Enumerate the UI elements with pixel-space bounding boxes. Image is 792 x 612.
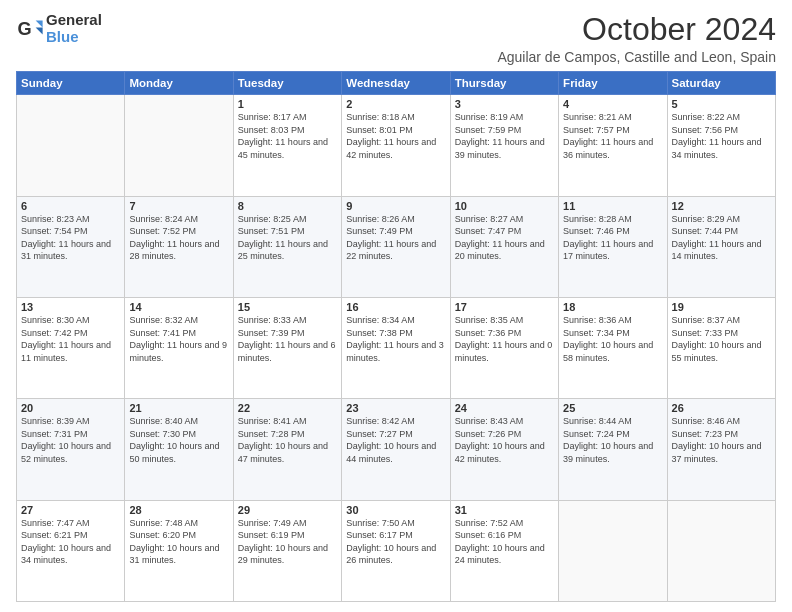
table-row: 6Sunrise: 8:23 AMSunset: 7:54 PMDaylight… bbox=[17, 196, 125, 297]
day-number: 1 bbox=[238, 98, 337, 110]
day-info: Sunrise: 8:34 AMSunset: 7:38 PMDaylight:… bbox=[346, 314, 445, 364]
day-number: 12 bbox=[672, 200, 771, 212]
day-number: 31 bbox=[455, 504, 554, 516]
day-info: Sunrise: 7:50 AMSunset: 6:17 PMDaylight:… bbox=[346, 517, 445, 567]
col-wednesday: Wednesday bbox=[342, 72, 450, 95]
col-friday: Friday bbox=[559, 72, 667, 95]
calendar-week-row: 13Sunrise: 8:30 AMSunset: 7:42 PMDayligh… bbox=[17, 297, 776, 398]
day-number: 10 bbox=[455, 200, 554, 212]
day-info: Sunrise: 8:21 AMSunset: 7:57 PMDaylight:… bbox=[563, 111, 662, 161]
table-row: 1Sunrise: 8:17 AMSunset: 8:03 PMDaylight… bbox=[233, 95, 341, 196]
table-row: 10Sunrise: 8:27 AMSunset: 7:47 PMDayligh… bbox=[450, 196, 558, 297]
table-row: 15Sunrise: 8:33 AMSunset: 7:39 PMDayligh… bbox=[233, 297, 341, 398]
svg-marker-2 bbox=[36, 27, 43, 34]
day-number: 27 bbox=[21, 504, 120, 516]
day-info: Sunrise: 8:26 AMSunset: 7:49 PMDaylight:… bbox=[346, 213, 445, 263]
table-row bbox=[125, 95, 233, 196]
day-info: Sunrise: 8:25 AMSunset: 7:51 PMDaylight:… bbox=[238, 213, 337, 263]
table-row: 7Sunrise: 8:24 AMSunset: 7:52 PMDaylight… bbox=[125, 196, 233, 297]
col-thursday: Thursday bbox=[450, 72, 558, 95]
table-row: 25Sunrise: 8:44 AMSunset: 7:24 PMDayligh… bbox=[559, 399, 667, 500]
day-info: Sunrise: 7:49 AMSunset: 6:19 PMDaylight:… bbox=[238, 517, 337, 567]
table-row: 11Sunrise: 8:28 AMSunset: 7:46 PMDayligh… bbox=[559, 196, 667, 297]
day-number: 22 bbox=[238, 402, 337, 414]
calendar-week-row: 6Sunrise: 8:23 AMSunset: 7:54 PMDaylight… bbox=[17, 196, 776, 297]
table-row bbox=[17, 95, 125, 196]
day-info: Sunrise: 8:22 AMSunset: 7:56 PMDaylight:… bbox=[672, 111, 771, 161]
day-info: Sunrise: 7:47 AMSunset: 6:21 PMDaylight:… bbox=[21, 517, 120, 567]
day-number: 11 bbox=[563, 200, 662, 212]
table-row: 2Sunrise: 8:18 AMSunset: 8:01 PMDaylight… bbox=[342, 95, 450, 196]
logo-icon: G bbox=[16, 15, 44, 43]
table-row: 23Sunrise: 8:42 AMSunset: 7:27 PMDayligh… bbox=[342, 399, 450, 500]
table-row: 21Sunrise: 8:40 AMSunset: 7:30 PMDayligh… bbox=[125, 399, 233, 500]
day-info: Sunrise: 8:32 AMSunset: 7:41 PMDaylight:… bbox=[129, 314, 228, 364]
day-info: Sunrise: 8:43 AMSunset: 7:26 PMDaylight:… bbox=[455, 415, 554, 465]
day-number: 18 bbox=[563, 301, 662, 313]
day-info: Sunrise: 8:40 AMSunset: 7:30 PMDaylight:… bbox=[129, 415, 228, 465]
table-row: 9Sunrise: 8:26 AMSunset: 7:49 PMDaylight… bbox=[342, 196, 450, 297]
day-number: 14 bbox=[129, 301, 228, 313]
table-row bbox=[559, 500, 667, 601]
table-row: 14Sunrise: 8:32 AMSunset: 7:41 PMDayligh… bbox=[125, 297, 233, 398]
table-row: 17Sunrise: 8:35 AMSunset: 7:36 PMDayligh… bbox=[450, 297, 558, 398]
day-number: 5 bbox=[672, 98, 771, 110]
day-number: 6 bbox=[21, 200, 120, 212]
table-row: 12Sunrise: 8:29 AMSunset: 7:44 PMDayligh… bbox=[667, 196, 775, 297]
calendar-week-row: 27Sunrise: 7:47 AMSunset: 6:21 PMDayligh… bbox=[17, 500, 776, 601]
table-row: 24Sunrise: 8:43 AMSunset: 7:26 PMDayligh… bbox=[450, 399, 558, 500]
day-info: Sunrise: 8:46 AMSunset: 7:23 PMDaylight:… bbox=[672, 415, 771, 465]
table-row: 27Sunrise: 7:47 AMSunset: 6:21 PMDayligh… bbox=[17, 500, 125, 601]
svg-text:G: G bbox=[17, 18, 31, 38]
month-title: October 2024 bbox=[497, 12, 776, 47]
day-info: Sunrise: 8:33 AMSunset: 7:39 PMDaylight:… bbox=[238, 314, 337, 364]
day-number: 3 bbox=[455, 98, 554, 110]
logo: G General Blue bbox=[16, 12, 102, 45]
title-block: October 2024 Aguilar de Campos, Castille… bbox=[497, 12, 776, 65]
location-subtitle: Aguilar de Campos, Castille and Leon, Sp… bbox=[497, 49, 776, 65]
table-row: 29Sunrise: 7:49 AMSunset: 6:19 PMDayligh… bbox=[233, 500, 341, 601]
day-number: 23 bbox=[346, 402, 445, 414]
day-info: Sunrise: 8:37 AMSunset: 7:33 PMDaylight:… bbox=[672, 314, 771, 364]
calendar-week-row: 1Sunrise: 8:17 AMSunset: 8:03 PMDaylight… bbox=[17, 95, 776, 196]
table-row: 30Sunrise: 7:50 AMSunset: 6:17 PMDayligh… bbox=[342, 500, 450, 601]
day-info: Sunrise: 8:42 AMSunset: 7:27 PMDaylight:… bbox=[346, 415, 445, 465]
day-info: Sunrise: 8:29 AMSunset: 7:44 PMDaylight:… bbox=[672, 213, 771, 263]
day-number: 29 bbox=[238, 504, 337, 516]
day-info: Sunrise: 7:52 AMSunset: 6:16 PMDaylight:… bbox=[455, 517, 554, 567]
logo-general: General bbox=[46, 12, 102, 29]
table-row: 16Sunrise: 8:34 AMSunset: 7:38 PMDayligh… bbox=[342, 297, 450, 398]
day-info: Sunrise: 8:36 AMSunset: 7:34 PMDaylight:… bbox=[563, 314, 662, 364]
day-number: 28 bbox=[129, 504, 228, 516]
table-row bbox=[667, 500, 775, 601]
day-info: Sunrise: 8:18 AMSunset: 8:01 PMDaylight:… bbox=[346, 111, 445, 161]
table-row: 28Sunrise: 7:48 AMSunset: 6:20 PMDayligh… bbox=[125, 500, 233, 601]
day-number: 4 bbox=[563, 98, 662, 110]
table-row: 31Sunrise: 7:52 AMSunset: 6:16 PMDayligh… bbox=[450, 500, 558, 601]
day-info: Sunrise: 8:41 AMSunset: 7:28 PMDaylight:… bbox=[238, 415, 337, 465]
logo-blue: Blue bbox=[46, 29, 102, 46]
day-info: Sunrise: 8:28 AMSunset: 7:46 PMDaylight:… bbox=[563, 213, 662, 263]
day-number: 2 bbox=[346, 98, 445, 110]
day-info: Sunrise: 8:19 AMSunset: 7:59 PMDaylight:… bbox=[455, 111, 554, 161]
col-tuesday: Tuesday bbox=[233, 72, 341, 95]
day-number: 7 bbox=[129, 200, 228, 212]
col-sunday: Sunday bbox=[17, 72, 125, 95]
header: G General Blue October 2024 Aguilar de C… bbox=[16, 12, 776, 65]
day-info: Sunrise: 8:23 AMSunset: 7:54 PMDaylight:… bbox=[21, 213, 120, 263]
day-number: 13 bbox=[21, 301, 120, 313]
day-number: 25 bbox=[563, 402, 662, 414]
table-row: 18Sunrise: 8:36 AMSunset: 7:34 PMDayligh… bbox=[559, 297, 667, 398]
calendar-week-row: 20Sunrise: 8:39 AMSunset: 7:31 PMDayligh… bbox=[17, 399, 776, 500]
svg-marker-1 bbox=[36, 20, 43, 27]
day-info: Sunrise: 8:17 AMSunset: 8:03 PMDaylight:… bbox=[238, 111, 337, 161]
logo-text: General Blue bbox=[46, 12, 102, 45]
table-row: 26Sunrise: 8:46 AMSunset: 7:23 PMDayligh… bbox=[667, 399, 775, 500]
day-info: Sunrise: 8:35 AMSunset: 7:36 PMDaylight:… bbox=[455, 314, 554, 364]
col-monday: Monday bbox=[125, 72, 233, 95]
day-number: 26 bbox=[672, 402, 771, 414]
calendar: Sunday Monday Tuesday Wednesday Thursday… bbox=[16, 71, 776, 602]
table-row: 13Sunrise: 8:30 AMSunset: 7:42 PMDayligh… bbox=[17, 297, 125, 398]
day-info: Sunrise: 8:39 AMSunset: 7:31 PMDaylight:… bbox=[21, 415, 120, 465]
day-info: Sunrise: 8:24 AMSunset: 7:52 PMDaylight:… bbox=[129, 213, 228, 263]
